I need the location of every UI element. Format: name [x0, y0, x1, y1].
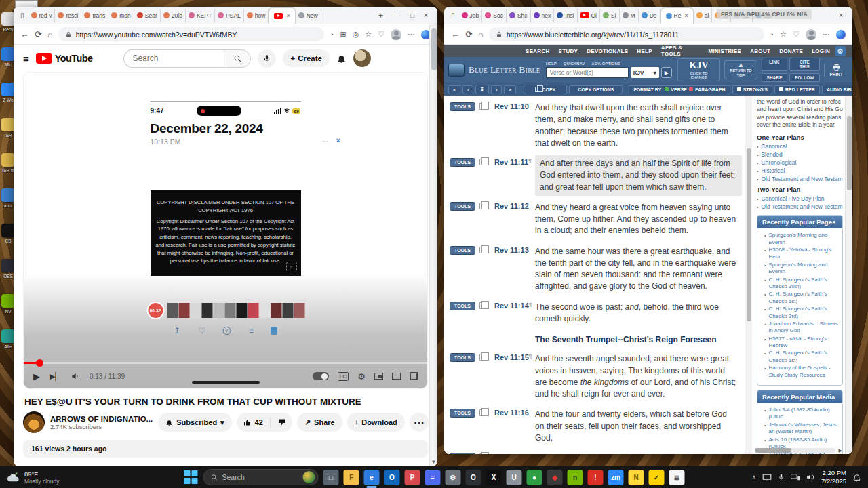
verse-reference[interactable]: Rev 11:12: [494, 202, 531, 210]
nav-item-help[interactable]: HELP: [637, 48, 652, 54]
fullscreen-button[interactable]: [410, 372, 418, 380]
extension-icon[interactable]: ◔: [330, 30, 334, 39]
browser-tab[interactable]: New: [296, 9, 321, 22]
verse-text[interactable]: And the seventh angel sounded; and there…: [535, 353, 742, 400]
nav-last-button[interactable]: »: [504, 85, 516, 94]
close-button[interactable]: ×: [424, 12, 428, 19]
autoplay-toggle[interactable]: [313, 372, 329, 380]
theater-mode-button[interactable]: [392, 373, 401, 380]
format-verse-button[interactable]: VERSE: [671, 87, 687, 92]
outlook-taskbar-icon[interactable]: O: [384, 470, 400, 485]
nvidia-taskbar-icon[interactable]: n: [568, 470, 583, 485]
sticky-notes-taskbar-icon[interactable]: N: [629, 470, 644, 485]
nav-item-ministries[interactable]: MINISTRIES: [708, 48, 741, 54]
channel-name[interactable]: ARROWS OF INDIGNATIO...: [50, 415, 153, 423]
security-app-taskbar-icon[interactable]: !: [588, 470, 604, 485]
browser-tab[interactable]: Shc: [507, 9, 531, 22]
red-diamond-app-taskbar-icon[interactable]: ◆: [547, 470, 563, 485]
back-button[interactable]: ←: [20, 29, 29, 39]
video-description[interactable]: 161 views 2 hours ago: [23, 440, 428, 458]
browser-tab[interactable]: Oi: [578, 9, 601, 22]
verse-reference[interactable]: Rev 11:10: [494, 102, 531, 110]
tools-button[interactable]: TOOLS: [450, 302, 475, 310]
popular-page-item-link[interactable]: C. H. Spurgeon's Faith's Checkb 30th): [768, 277, 840, 291]
browser-tab[interactable]: al: [694, 9, 713, 22]
tools-button[interactable]: TOOLS: [450, 102, 475, 111]
tools-button[interactable]: TOOLS: [450, 453, 475, 454]
verse-text[interactable]: And the four and twenty elders, which sa…: [535, 409, 742, 444]
one-year-plan-item-link[interactable]: Old Testament and New Testam: [761, 176, 842, 183]
create-button[interactable]: + Create: [283, 49, 330, 67]
browser-tab[interactable]: how: [244, 9, 269, 22]
reader-icon[interactable]: ◔: [770, 30, 774, 39]
notification-center-button[interactable]: [852, 473, 861, 482]
browser-tab[interactable]: PSAL: [215, 9, 244, 22]
weather-widget[interactable]: 89°F Mostly cloudy: [0, 470, 66, 485]
tools-button[interactable]: TOOLS: [450, 409, 475, 418]
zoom-taskbar-icon[interactable]: zm: [608, 470, 624, 485]
back-button[interactable]: ←: [451, 29, 460, 39]
browser-tab[interactable]: Job: [459, 9, 483, 22]
more-actions-button[interactable]: ⋯: [410, 413, 429, 432]
verse-reference[interactable]: Rev 11:11¶: [494, 158, 531, 166]
tab-close-icon[interactable]: ×: [684, 12, 688, 19]
play-button[interactable]: ▶: [33, 371, 40, 382]
share-button[interactable]: ↗ Share: [297, 413, 342, 432]
usb-tool-taskbar-icon[interactable]: U: [507, 470, 522, 485]
voice-search-button[interactable]: [258, 49, 276, 68]
audio-bibles-button[interactable]: AUDIO BIBLES◁): [822, 85, 852, 94]
settings-menu-icon[interactable]: ⋯: [408, 30, 415, 39]
popular-media-item-link[interactable]: John 3-4 (1982-85 Audio) (Chuc: [768, 407, 840, 421]
browser-tab[interactable]: trans: [81, 9, 108, 22]
display-icon[interactable]: [762, 474, 772, 481]
green-app-taskbar-icon[interactable]: ●: [527, 470, 542, 485]
player-settings-icon[interactable]: ⚙: [357, 371, 366, 382]
fan-app-taskbar-icon[interactable]: O: [466, 470, 481, 485]
verse-text[interactable]: Saying, We give thee thanks, O Lord God …: [535, 453, 742, 454]
verse-text[interactable]: And they that dwell upon the earth shall…: [535, 102, 742, 149]
two-year-plan-item-link[interactable]: Old Testament and New Testam: [761, 203, 842, 211]
maximize-button[interactable]: □: [410, 12, 414, 19]
tab-search-icon[interactable]: ▯: [18, 12, 27, 19]
login-link[interactable]: LOGIN: [812, 48, 830, 54]
nav-item-donate[interactable]: DONATE: [779, 48, 803, 54]
notifications-button[interactable]: [336, 54, 347, 64]
edge-browser-taskbar-icon[interactable]: e: [364, 470, 380, 485]
verse-reference[interactable]: Rev 11:15¶: [494, 353, 531, 361]
video-player[interactable]: 9:47 89 December 22, 2024 10:13 PM ⋯ × C…: [23, 72, 428, 389]
nav-prev-button[interactable]: ‹: [462, 85, 473, 94]
profile-avatar[interactable]: [391, 29, 401, 40]
verse-reference[interactable]: Rev 11:17: [494, 453, 531, 454]
red-letter-toggle[interactable]: RED LETTER: [774, 85, 820, 94]
popular-page-item-link[interactable]: H5377 - nāšā' - Strong's Hebrew: [768, 336, 840, 350]
home-button[interactable]: ⌂: [478, 29, 484, 39]
copy-options-button[interactable]: COPY OPTIONS: [569, 85, 623, 94]
nav-item-search[interactable]: SEARCH: [526, 48, 550, 54]
quicklink-adv-options[interactable]: ADV. OPTIONS: [591, 62, 620, 66]
nav-item-study[interactable]: STUDY: [559, 48, 578, 54]
mic-icon[interactable]: [778, 473, 785, 481]
browser-tab[interactable]: red v: [28, 9, 56, 22]
popular-page-item-link[interactable]: Harmony of the Gospels - Study Study Res…: [768, 365, 840, 379]
url-field[interactable]: https://www.blueletterbible.org/kjv/rev/…: [489, 27, 764, 41]
verse-reference[interactable]: Rev 11:16: [494, 409, 531, 417]
browser-essentials-icon[interactable]: ♡: [793, 30, 800, 39]
next-button[interactable]: ▶▏: [50, 372, 61, 381]
calculator-taskbar-icon[interactable]: =: [425, 470, 441, 485]
youtube-logo[interactable]: YouTube: [36, 53, 93, 64]
taskbar-search[interactable]: Search: [203, 469, 319, 485]
quicklink-quicknav[interactable]: QUICKNAV: [564, 62, 585, 66]
browser-tab[interactable]: De: [639, 9, 660, 22]
subscribed-button[interactable]: Subscribed ▾: [158, 413, 231, 432]
popular-media-item-link[interactable]: Jehovah's Witnesses, Jesus an (Walter Ma…: [768, 422, 840, 436]
tools-button[interactable]: TOOLS: [450, 246, 475, 255]
copy-verse-icon[interactable]: [479, 103, 486, 110]
return-to-top-button[interactable]: ▲ RETURN TO TOP: [724, 60, 757, 79]
one-year-plan-item-link[interactable]: Historical: [761, 167, 785, 175]
tools-button[interactable]: TOOLS: [450, 158, 475, 167]
version-select[interactable]: KJV ▾: [631, 67, 659, 78]
search-input[interactable]: [123, 49, 224, 68]
task-view-taskbar-icon[interactable]: □: [323, 470, 339, 485]
popular-page-item-link[interactable]: C. H. Spurgeon's Faith's Checkb 3rd): [768, 306, 840, 320]
file-explorer-taskbar-icon[interactable]: F: [344, 470, 359, 485]
